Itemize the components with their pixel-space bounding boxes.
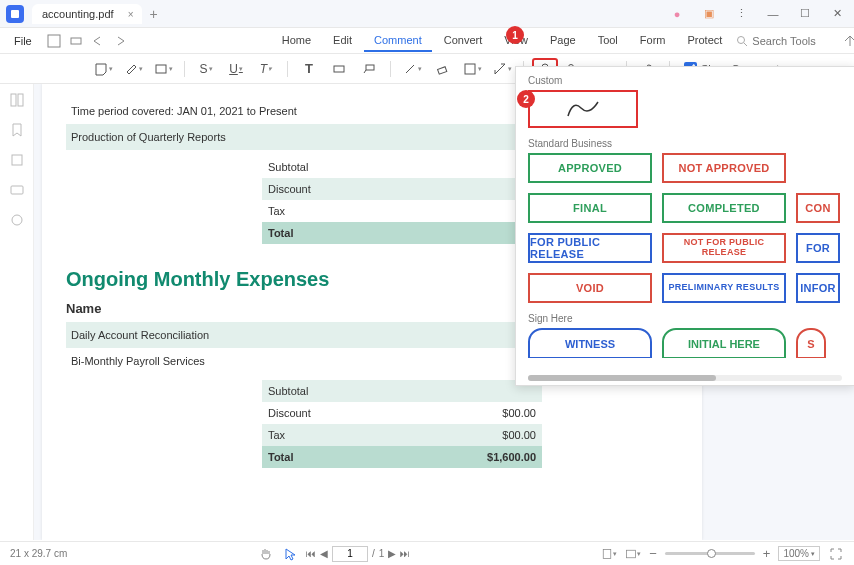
save-icon[interactable] bbox=[46, 33, 62, 49]
svg-rect-25 bbox=[627, 550, 636, 558]
panel-scrollbar[interactable] bbox=[528, 375, 842, 381]
svg-point-3 bbox=[738, 36, 745, 43]
total-label: Total bbox=[268, 451, 293, 463]
tab-title: accounting.pdf bbox=[42, 8, 114, 20]
shapes-tool[interactable]: ▾ bbox=[459, 58, 485, 80]
view-mode-icon[interactable]: ▾ bbox=[625, 546, 641, 562]
sign-stamp-witness[interactable]: WITNESS bbox=[528, 328, 652, 358]
svg-rect-21 bbox=[12, 155, 22, 165]
notification-icon[interactable]: ▣ bbox=[698, 3, 720, 25]
stamp-not-approved[interactable]: NOT APPROVED bbox=[662, 153, 786, 183]
hand-tool-icon[interactable] bbox=[258, 546, 274, 562]
svg-rect-6 bbox=[156, 65, 166, 73]
callout-tool[interactable] bbox=[356, 58, 382, 80]
titlebar: accounting.pdf × + ● ▣ ⋮ — ☐ ✕ bbox=[0, 0, 854, 28]
menu-home[interactable]: Home bbox=[272, 30, 321, 52]
pencil-tool[interactable]: ▾ bbox=[399, 58, 425, 80]
stamp-final[interactable]: FINAL bbox=[528, 193, 652, 223]
textbox-tool[interactable] bbox=[326, 58, 352, 80]
squiggly-tool[interactable]: T▾ bbox=[253, 58, 279, 80]
tax-label: Tax bbox=[268, 429, 285, 441]
highlight-tool[interactable]: ▾ bbox=[120, 58, 146, 80]
stamp-for-public-release[interactable]: FOR PUBLIC RELEASE bbox=[528, 233, 652, 263]
menu-tool[interactable]: Tool bbox=[588, 30, 628, 52]
bookmark-icon[interactable] bbox=[9, 122, 25, 138]
callout-1: 1 bbox=[506, 26, 524, 44]
discount-label: Discount bbox=[268, 183, 311, 195]
menu-form[interactable]: Form bbox=[630, 30, 676, 52]
total-value: $1,600.00 bbox=[487, 451, 536, 463]
file-menu[interactable]: File bbox=[8, 33, 38, 49]
text-tool[interactable]: T bbox=[296, 58, 322, 80]
minimize-button[interactable]: — bbox=[762, 3, 784, 25]
left-rail bbox=[0, 84, 34, 540]
tab-close-icon[interactable]: × bbox=[128, 9, 134, 20]
stamp-for[interactable]: FOR bbox=[796, 233, 840, 263]
stamp-preliminary-results[interactable]: PRELIMINARY RESULTS bbox=[662, 273, 786, 303]
menu-edit[interactable]: Edit bbox=[323, 30, 362, 52]
tax-value: $00.00 bbox=[502, 429, 536, 441]
page-dimensions: 21 x 29.7 cm bbox=[10, 548, 67, 559]
menu-protect[interactable]: Protect bbox=[677, 30, 732, 52]
search-tools[interactable] bbox=[736, 35, 832, 47]
first-page-button[interactable]: ⏮ bbox=[306, 548, 316, 559]
next-page-button[interactable]: ▶ bbox=[388, 548, 396, 559]
custom-stamp-signature[interactable] bbox=[528, 90, 638, 128]
stamp-infor[interactable]: INFOR bbox=[796, 273, 840, 303]
share-icon[interactable] bbox=[842, 33, 854, 49]
prev-page-button[interactable]: ◀ bbox=[320, 548, 328, 559]
totals-block-1: Subtotal Discount Tax Total bbox=[262, 156, 542, 244]
discount-label: Discount bbox=[268, 407, 311, 419]
search-input[interactable] bbox=[752, 35, 832, 47]
stamp-completed[interactable]: COMPLETED bbox=[662, 193, 786, 223]
svg-rect-1 bbox=[48, 35, 60, 47]
maximize-button[interactable]: ☐ bbox=[794, 3, 816, 25]
document-tab[interactable]: accounting.pdf × bbox=[32, 4, 142, 24]
stamp-not-for-public-release[interactable]: NOT FOR PUBLIC RELEASE bbox=[662, 233, 786, 263]
last-page-button[interactable]: ⏭ bbox=[400, 548, 410, 559]
stamp-con[interactable]: CON bbox=[796, 193, 840, 223]
page-input[interactable] bbox=[332, 546, 368, 562]
more-icon[interactable]: ⋮ bbox=[730, 3, 752, 25]
sign-stamp-s[interactable]: S bbox=[796, 328, 826, 358]
eraser-tool[interactable] bbox=[429, 58, 455, 80]
stamp-void[interactable]: VOID bbox=[528, 273, 652, 303]
custom-section-label: Custom bbox=[528, 75, 842, 86]
fields-icon[interactable] bbox=[9, 182, 25, 198]
redo-icon[interactable] bbox=[112, 33, 128, 49]
svg-line-12 bbox=[495, 64, 505, 74]
sign-stamp-initial-here[interactable]: INITIAL HERE bbox=[662, 328, 786, 358]
zoom-out-button[interactable]: − bbox=[649, 546, 657, 561]
stamp-panel: Custom Standard Business APPROVEDNOT APP… bbox=[515, 66, 854, 386]
svg-rect-19 bbox=[11, 94, 16, 106]
total-label: Total bbox=[268, 227, 293, 239]
svg-rect-20 bbox=[18, 94, 23, 106]
fit-page-icon[interactable]: ▾ bbox=[601, 546, 617, 562]
menu-comment[interactable]: Comment bbox=[364, 30, 432, 52]
tax-label: Tax bbox=[268, 205, 285, 217]
strikethrough-tool[interactable]: S▾ bbox=[193, 58, 219, 80]
zoom-in-button[interactable]: + bbox=[763, 546, 771, 561]
print-icon[interactable] bbox=[68, 33, 84, 49]
tab-add-button[interactable]: + bbox=[150, 6, 158, 22]
undo-icon[interactable] bbox=[90, 33, 106, 49]
svg-rect-24 bbox=[603, 549, 611, 558]
select-tool-icon[interactable] bbox=[282, 546, 298, 562]
user-icon[interactable]: ● bbox=[666, 3, 688, 25]
close-button[interactable]: ✕ bbox=[826, 3, 848, 25]
stamp-approved[interactable]: APPROVED bbox=[528, 153, 652, 183]
comments-icon[interactable] bbox=[9, 212, 25, 228]
note-tool[interactable]: ▾ bbox=[90, 58, 116, 80]
zoom-level[interactable]: 100%▾ bbox=[778, 546, 820, 561]
measure-tool[interactable]: ▾ bbox=[489, 58, 515, 80]
underline-tool[interactable]: U▾ bbox=[223, 58, 249, 80]
attachments-icon[interactable] bbox=[9, 152, 25, 168]
thumbnails-icon[interactable] bbox=[9, 92, 25, 108]
fullscreen-icon[interactable] bbox=[828, 546, 844, 562]
menu-convert[interactable]: Convert bbox=[434, 30, 493, 52]
svg-point-23 bbox=[12, 215, 22, 225]
zoom-slider[interactable] bbox=[665, 552, 755, 555]
area-highlight-tool[interactable]: ▾ bbox=[150, 58, 176, 80]
callout-2: 2 bbox=[517, 90, 535, 108]
menu-page[interactable]: Page bbox=[540, 30, 586, 52]
